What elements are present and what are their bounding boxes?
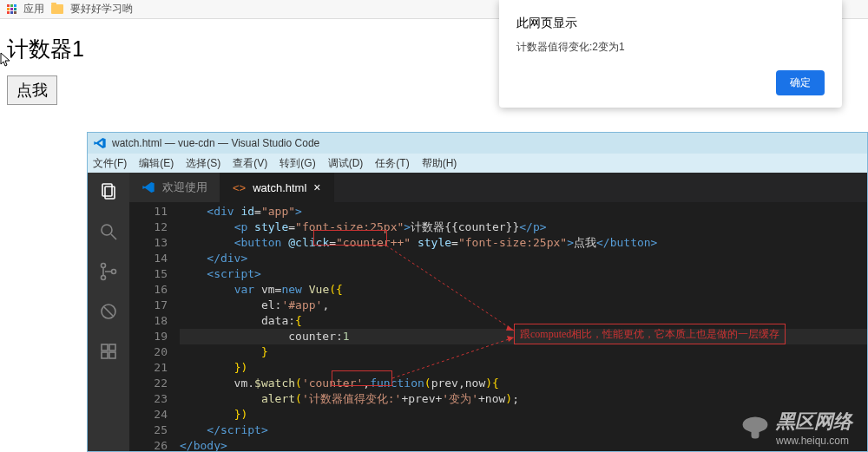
menu-goto[interactable]: 转到(G) (279, 156, 315, 171)
svg-line-8 (104, 307, 113, 316)
mushroom-icon (740, 412, 771, 443)
svg-point-6 (112, 270, 116, 274)
menu-task[interactable]: 任务(T) (375, 156, 409, 171)
js-alert-dialog: 此网页显示 计数器值得变化:2变为1 确定 (499, 0, 842, 108)
line-number-gutter: 1112131415161718192021222324252627 (129, 202, 180, 451)
svg-rect-11 (102, 352, 108, 358)
alert-title: 此网页显示 (516, 16, 825, 31)
watermark: 黑区网络 www.heiqu.com (740, 409, 852, 447)
apps-label[interactable]: 应用 (23, 2, 44, 16)
vscode-logo-icon (93, 136, 107, 150)
svg-rect-0 (102, 184, 112, 196)
svg-rect-1 (105, 187, 115, 199)
vscode-title-bar: watch.html — vue-cdn — Visual Studio Cod… (88, 133, 867, 154)
menu-file[interactable]: 文件(F) (93, 156, 127, 171)
activity-bar (88, 173, 129, 451)
close-icon[interactable]: × (313, 180, 320, 194)
vscode-title: watch.html — vue-cdn — Visual Studio Cod… (112, 137, 319, 149)
mouse-cursor-icon (0, 52, 12, 68)
menu-help[interactable]: 帮助(H) (422, 156, 457, 171)
vscode-menu-bar: 文件(F) 编辑(E) 选择(S) 查看(V) 转到(G) 调试(D) 任务(T… (88, 154, 867, 173)
tab-label: 欢迎使用 (162, 180, 207, 195)
click-me-button[interactable]: 点我 (7, 75, 57, 105)
tab-welcome[interactable]: 欢迎使用 (129, 173, 220, 202)
svg-rect-10 (109, 344, 115, 350)
explorer-icon[interactable] (98, 181, 119, 202)
tab-label: watch.html (253, 181, 306, 194)
svg-point-5 (102, 276, 106, 280)
svg-rect-18 (752, 428, 760, 439)
menu-debug[interactable]: 调试(D) (328, 156, 364, 171)
svg-rect-9 (102, 344, 108, 350)
bookmark-folder-icon[interactable] (51, 4, 63, 14)
tab-watch-html[interactable]: <> watch.html × (220, 173, 334, 202)
menu-view[interactable]: 查看(V) (233, 156, 267, 171)
source-control-icon[interactable] (98, 261, 119, 282)
menu-edit[interactable]: 编辑(E) (139, 156, 174, 171)
menu-select[interactable]: 选择(S) (186, 156, 220, 171)
svg-point-2 (102, 225, 112, 235)
svg-line-3 (111, 234, 116, 239)
vscode-logo-icon (141, 180, 155, 194)
apps-icon[interactable] (7, 4, 16, 14)
alert-ok-button[interactable]: 确定 (776, 70, 825, 95)
editor-tabs: 欢迎使用 <> watch.html × (129, 173, 867, 202)
alert-message: 计数器值得变化:2变为1 (516, 40, 825, 55)
watermark-sub: www.heiqu.com (776, 435, 852, 447)
svg-point-4 (102, 264, 106, 268)
debug-icon[interactable] (98, 301, 119, 322)
vscode-window: watch.html — vue-cdn — Visual Studio Cod… (87, 132, 868, 452)
svg-rect-12 (109, 352, 115, 358)
watermark-main: 黑区网络 (776, 410, 852, 432)
annotation-text: 跟computed相比，性能更优，它本质上也是做的一层缓存 (514, 324, 786, 344)
bookmark-label[interactable]: 要好好学习哟 (70, 2, 133, 16)
search-icon[interactable] (98, 221, 119, 242)
extensions-icon[interactable] (98, 341, 119, 362)
